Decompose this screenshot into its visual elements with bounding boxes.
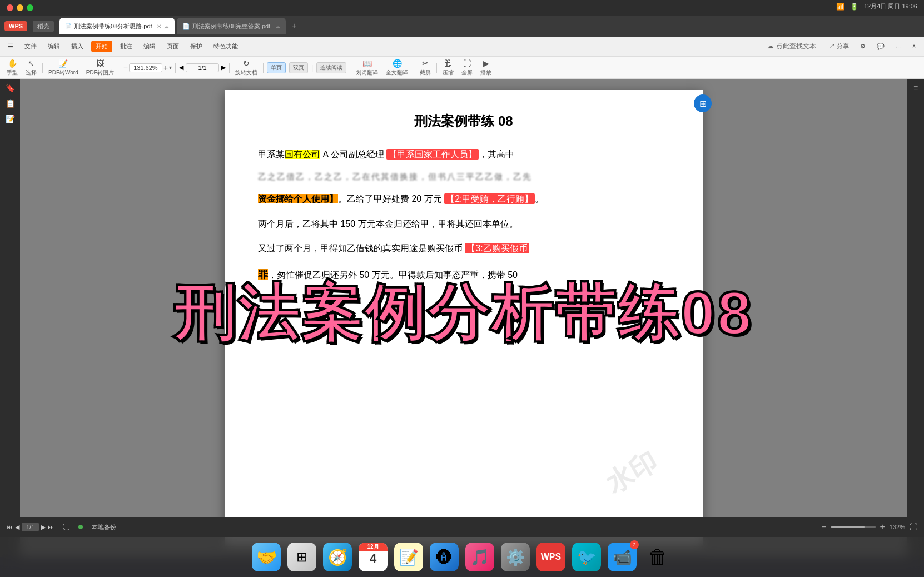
safari-icon: 🧭: [328, 548, 347, 566]
clock: 12月4日 周日 19:06: [864, 2, 917, 11]
tab2-label: 刑法案例带练08完整答案.pdf: [192, 22, 271, 31]
divider3: [120, 63, 120, 73]
last-page-btn[interactable]: ⏭: [48, 524, 54, 530]
compress-btn[interactable]: 🗜 压缩: [440, 58, 456, 78]
highlight-bribery: 【2:甲受贿，乙行贿】: [444, 193, 535, 204]
view-double-btn[interactable]: 双页: [289, 62, 308, 73]
cursor-icon: ↖: [28, 59, 34, 68]
close-window-btn[interactable]: [7, 4, 13, 11]
settings-btn[interactable]: ⚙: [857, 42, 869, 51]
top-right-status: 📶 🔋 12月4日 周日 19:06: [836, 2, 917, 11]
page-next-btn[interactable]: ▶: [221, 64, 226, 71]
translate-full-btn[interactable]: 🌐 全文翻译: [384, 58, 410, 78]
wps-logo-btn[interactable]: WPS: [4, 21, 27, 31]
pdf-to-image-btn[interactable]: 🖼 PDF转图片: [84, 58, 116, 78]
zoom-slider-fill: [831, 526, 865, 528]
select-tool-btn[interactable]: ↖ 选择: [23, 58, 39, 78]
menu-file[interactable]: 文件: [21, 41, 40, 52]
pdf-para2: 资金挪给个人使用】。乙给了甲好处费 20 万元 【2:甲受贿，乙行贿】。: [258, 191, 669, 207]
dock-wps[interactable]: WPS: [536, 543, 565, 571]
tab-answer[interactable]: 📄 刑法案例带练08完整答案.pdf ☁: [177, 18, 286, 34]
menu-page[interactable]: 页面: [163, 41, 182, 52]
divider8: [414, 63, 414, 73]
hand-icon: ✋: [8, 59, 17, 68]
new-tab-button[interactable]: +: [288, 21, 300, 31]
comment-btn[interactable]: 💬: [873, 42, 888, 51]
share-btn[interactable]: ↗ 分享: [826, 41, 852, 52]
menu-edit2[interactable]: 编辑: [140, 41, 159, 52]
hand-tool-btn[interactable]: ✋ 手型: [4, 58, 20, 78]
minimize-window-btn[interactable]: [17, 4, 23, 11]
zoom-dropdown-icon[interactable]: ▾: [169, 64, 172, 71]
macos-topbar: 📶 🔋 12月4日 周日 19:06: [0, 0, 924, 16]
fullscreen-status-btn[interactable]: ⛶: [910, 523, 917, 531]
menu-annotate[interactable]: 批注: [117, 41, 136, 52]
first-page-btn[interactable]: ⏮: [7, 524, 13, 530]
more-btn[interactable]: ···: [892, 42, 904, 51]
dock-feishu[interactable]: 🐦: [572, 543, 601, 571]
dock-appstore[interactable]: 🅐: [430, 543, 459, 571]
menu-insert[interactable]: 插入: [68, 41, 87, 52]
traffic-lights: [7, 4, 33, 11]
divider9: [436, 63, 437, 73]
finder-icon: 🤝: [256, 548, 277, 567]
maximize-window-btn[interactable]: [27, 4, 33, 11]
browser-tabbar: WPS 稻壳 📄 刑法案例带练08分析思路.pdf ✕ ☁ 📄 刑法案例带练08…: [0, 16, 924, 37]
translate-word-btn[interactable]: 📖 划词翻译: [354, 58, 380, 78]
menu-start[interactable]: 开始: [91, 41, 112, 52]
screenshot-btn[interactable]: ✂ 截屏: [418, 58, 433, 78]
play-btn[interactable]: ▶ 播放: [478, 58, 494, 78]
fullscreen-btn[interactable]: ⛶ 全屏: [459, 58, 475, 78]
rotate-doc-btn[interactable]: ↻ 旋转文档: [233, 58, 260, 78]
close-tab1-icon[interactable]: ✕: [157, 23, 161, 29]
toolbar-row1: ☰ 文件 编辑 插入 开始 批注 编辑 页面 保护 特色功能 ☁ 点此查找文本 …: [0, 37, 924, 57]
battery-icon: 🔋: [850, 3, 858, 11]
dock-system-settings[interactable]: ⚙️: [501, 543, 530, 571]
page-prev-btn[interactable]: ◀: [179, 64, 183, 71]
menu-toggle-icon[interactable]: ☰: [4, 42, 17, 51]
pdf-to-word-btn[interactable]: 📝 PDF转Word: [46, 58, 81, 78]
zoom-slider[interactable]: [831, 526, 876, 528]
dock-finder[interactable]: 🤝: [252, 543, 281, 571]
dock-zoom[interactable]: 📹 2: [608, 543, 637, 571]
dock-launchpad[interactable]: ⊞: [287, 543, 316, 571]
dock-safari[interactable]: 🧭: [323, 543, 352, 571]
translate-full-label: 全文翻译: [386, 69, 408, 77]
page-input[interactable]: 1/1: [186, 63, 219, 72]
zoom-increase-btn[interactable]: +: [163, 63, 168, 72]
zoom-out-status-btn[interactable]: −: [821, 522, 826, 532]
zoom-decrease-btn[interactable]: −: [123, 63, 128, 72]
page-navigation: ◀ 1/1 ▶: [179, 63, 226, 72]
fit-page-btn[interactable]: ⛶: [63, 523, 69, 531]
notes-sidebar-icon[interactable]: 📝: [6, 115, 15, 123]
menu-edit[interactable]: 编辑: [44, 41, 63, 52]
dock-trash[interactable]: 🗑: [643, 543, 672, 571]
view-single-btn[interactable]: 单页: [267, 62, 286, 73]
main-area: 🔖 📋 📝 ⊞ 刑法案例带练 08 甲系某国有公司 A 公司副总经理 【甲系国家…: [0, 79, 924, 557]
zoom-value[interactable]: 131.62%: [129, 63, 162, 72]
divider7: [350, 63, 350, 73]
settings-gear-icon: ⚙️: [506, 548, 525, 566]
dock-music[interactable]: 🎵: [465, 543, 494, 571]
pdf-para1: 甲系某国有公司 A 公司副总经理 【甲系国家工作人员】，其高中: [258, 147, 669, 163]
status-bar: ⏮ ◀ 1/1 ▶ ⏭ ⛶ 本地备份 − + 132% ⛶: [0, 517, 924, 537]
properties-icon[interactable]: ≡: [913, 83, 918, 92]
hand-tool-label: 手型: [7, 69, 18, 77]
launchpad-icon: ⊞: [296, 549, 307, 565]
pages-sidebar-icon[interactable]: 📋: [6, 99, 15, 108]
tab-analysis[interactable]: 📄 刑法案例带练08分析思路.pdf ✕ ☁: [59, 18, 175, 34]
view-continuous-btn[interactable]: 连续阅读: [316, 62, 346, 73]
menu-protect[interactable]: 保护: [187, 41, 206, 52]
next-page-btn[interactable]: ▶: [41, 524, 46, 531]
bookmark-sidebar-icon[interactable]: 🔖: [6, 83, 15, 92]
dock-calendar[interactable]: 12月 4: [359, 543, 388, 571]
menu-features[interactable]: 特色功能: [210, 41, 241, 52]
left-sidebar: 🔖 📋 📝: [0, 79, 20, 557]
shell-btn[interactable]: 稻壳: [33, 21, 54, 32]
dock-notes[interactable]: 📝: [394, 543, 423, 571]
zoom-in-status-btn[interactable]: +: [880, 522, 885, 532]
fullscreen-icon: ⛶: [463, 59, 471, 68]
collapse-btn[interactable]: ∧: [908, 42, 920, 51]
pdf-action-btn[interactable]: ⊞: [694, 94, 712, 112]
prev-page-btn[interactable]: ◀: [15, 524, 19, 531]
